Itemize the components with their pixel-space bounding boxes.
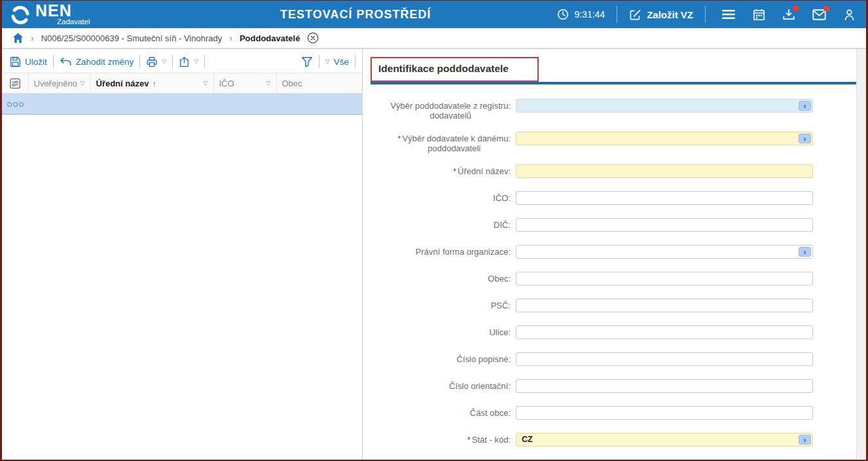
field-input-cislo-orientacni[interactable] xyxy=(516,379,813,393)
field-input-psc[interactable] xyxy=(516,299,813,312)
field-label-vyber-poddodavatele-z-registru: Výběr poddodavatele z registru:dodavatel… xyxy=(371,99,511,120)
list-toolbar: Uložit Zahodit změny xyxy=(2,49,362,73)
inbox-button[interactable] xyxy=(782,9,795,21)
field-label-obec: Obec: xyxy=(371,272,511,284)
form-row-psc: PSČ: xyxy=(371,299,813,312)
export-button[interactable]: ▽ xyxy=(179,56,198,67)
breadcrumb-item-current: Poddodavatelé xyxy=(240,33,300,43)
breadcrumb: › N006/25/S00000639 - Smuteční síň - Vin… xyxy=(2,28,866,48)
subcontractor-table: Uveřejněno▽ Úřední název↑▽ IČO▽ Obec xyxy=(2,73,362,115)
edit-icon xyxy=(629,9,642,21)
column-header-obec[interactable]: Obec xyxy=(276,73,362,94)
field-label-cislo-popisne: Číslo popisné: xyxy=(371,352,511,364)
field-input-uredni-nazev[interactable] xyxy=(516,164,813,178)
row-cell-uverejneno[interactable] xyxy=(28,94,90,115)
dropdown-arrow-icon[interactable]: ▽ xyxy=(194,58,198,65)
field-input-dic[interactable] xyxy=(516,218,813,232)
row-cell-obec[interactable] xyxy=(276,94,362,115)
row-cell-uredni-nazev[interactable] xyxy=(90,94,213,115)
required-asterisk: * xyxy=(397,134,401,143)
chevron-right-icon[interactable]: › xyxy=(799,134,811,143)
column-settings-button[interactable] xyxy=(2,73,28,94)
calendar-button[interactable] xyxy=(753,9,765,21)
toolbar-divider xyxy=(204,55,205,68)
field-input-ulice[interactable] xyxy=(516,325,813,339)
form-row-cislo-popisne: Číslo popisné: xyxy=(371,352,813,366)
filter-button[interactable] xyxy=(301,56,313,67)
toolbar-divider xyxy=(172,55,173,68)
field-label-ulice: Ulice: xyxy=(371,325,511,337)
field-input-cislo-popisne[interactable] xyxy=(516,352,813,366)
save-icon xyxy=(10,56,21,67)
field-value-stat-kod: CZ xyxy=(522,435,533,444)
create-vz-label: Založit VZ xyxy=(647,9,693,20)
field-input-cast-obce[interactable] xyxy=(516,406,813,420)
row-menu-icon[interactable] xyxy=(7,102,24,107)
vertical-scrollbar[interactable] xyxy=(856,49,866,458)
nen-logo[interactable]: NEN Zadavatel xyxy=(10,3,154,26)
notification-dot xyxy=(823,5,830,12)
form-row-cast-obce: Část obce: xyxy=(371,406,813,420)
column-header-uredni-nazev[interactable]: Úřední název↑▽ xyxy=(90,73,213,94)
row-tools-cell[interactable] xyxy=(2,94,28,115)
discard-label: Zahodit změny xyxy=(76,57,134,67)
print-button[interactable]: ▽ xyxy=(146,56,166,67)
column-filter-icon[interactable]: ▽ xyxy=(81,80,85,86)
field-label-cislo-orientacni: Číslo orientační: xyxy=(371,379,511,391)
breadcrumb-separator: › xyxy=(229,33,232,43)
breadcrumb-item-contract[interactable]: N006/25/S00000639 - Smuteční síň - Vinoh… xyxy=(41,33,223,43)
chevron-right-icon[interactable]: › xyxy=(799,247,811,257)
column-filter-icon[interactable]: ▽ xyxy=(266,80,271,86)
create-vz-button[interactable]: Založit VZ xyxy=(629,9,693,21)
save-label: Uložit xyxy=(25,57,47,67)
home-icon[interactable] xyxy=(12,33,24,43)
column-filter-icon[interactable]: ▽ xyxy=(204,80,208,86)
notification-dot xyxy=(793,5,799,12)
top-header-bar: NEN Zadavatel TESTOVACÍ PROSTŘEDÍ 9:31:4… xyxy=(2,1,866,28)
user-profile-button[interactable] xyxy=(843,9,856,21)
discard-changes-button[interactable]: Zahodit změny xyxy=(60,56,134,67)
header-divider xyxy=(705,6,706,23)
form-row-vyber-dodavatele-k-danemu: *Výběr dodavatele k danému:poddodavateli… xyxy=(371,132,813,153)
breadcrumb-separator: › xyxy=(31,33,34,43)
toolbar-divider xyxy=(355,55,355,68)
messages-button[interactable] xyxy=(812,9,826,21)
field-label-dic: DIČ: xyxy=(371,218,511,230)
field-input-ico[interactable] xyxy=(516,191,813,205)
field-input-vyber-poddodavatele-z-registru[interactable]: › xyxy=(516,99,813,113)
table-row[interactable] xyxy=(2,94,362,115)
field-input-stat-kod[interactable]: CZ› xyxy=(516,433,813,447)
close-tab-icon[interactable] xyxy=(307,32,319,44)
form-row-pravni-forma-organizace: Právní forma organizace:› xyxy=(371,245,813,259)
save-button[interactable]: Uložit xyxy=(10,56,47,67)
row-cell-ico[interactable] xyxy=(213,94,276,115)
chevron-right-icon[interactable]: › xyxy=(799,435,811,445)
subcontractor-detail-panel: Identifikace poddodavatele Výběr poddoda… xyxy=(363,49,856,458)
toolbar-divider xyxy=(139,55,140,68)
content-area: Uložit Zahodit změny xyxy=(2,48,866,458)
toolbar-divider xyxy=(53,55,54,68)
dropdown-arrow-icon: ▽ xyxy=(325,58,330,65)
field-input-obec[interactable] xyxy=(516,272,813,286)
form-row-obec: Obec: xyxy=(371,272,813,286)
field-label-uredni-nazev: *Úřední název: xyxy=(371,164,511,176)
field-input-vyber-dodavatele-k-danemu[interactable]: › xyxy=(516,132,813,145)
form-row-ulice: Ulice: xyxy=(371,325,813,339)
hamburger-icon xyxy=(721,9,736,20)
column-header-ico[interactable]: IČO▽ xyxy=(213,73,276,94)
chevron-right-icon[interactable]: › xyxy=(799,101,811,111)
printer-icon xyxy=(146,56,158,67)
view-all-label: Vše xyxy=(334,57,349,67)
dropdown-arrow-icon[interactable]: ▽ xyxy=(162,58,166,65)
menu-button[interactable] xyxy=(721,9,736,20)
sort-asc-icon: ↑ xyxy=(152,79,156,88)
app-window: NEN Zadavatel TESTOVACÍ PROSTŘEDÍ 9:31:4… xyxy=(0,0,868,461)
required-asterisk: * xyxy=(453,166,456,176)
field-input-pravni-forma-organizace[interactable]: › xyxy=(516,245,813,259)
required-asterisk: * xyxy=(467,435,471,445)
column-header-uverejneno[interactable]: Uveřejněno▽ xyxy=(28,73,90,94)
funnel-icon xyxy=(301,56,313,67)
clock-icon xyxy=(557,9,569,20)
view-all-selector[interactable]: ▽ Vše xyxy=(325,57,349,67)
form-row-dic: DIČ: xyxy=(371,218,813,232)
